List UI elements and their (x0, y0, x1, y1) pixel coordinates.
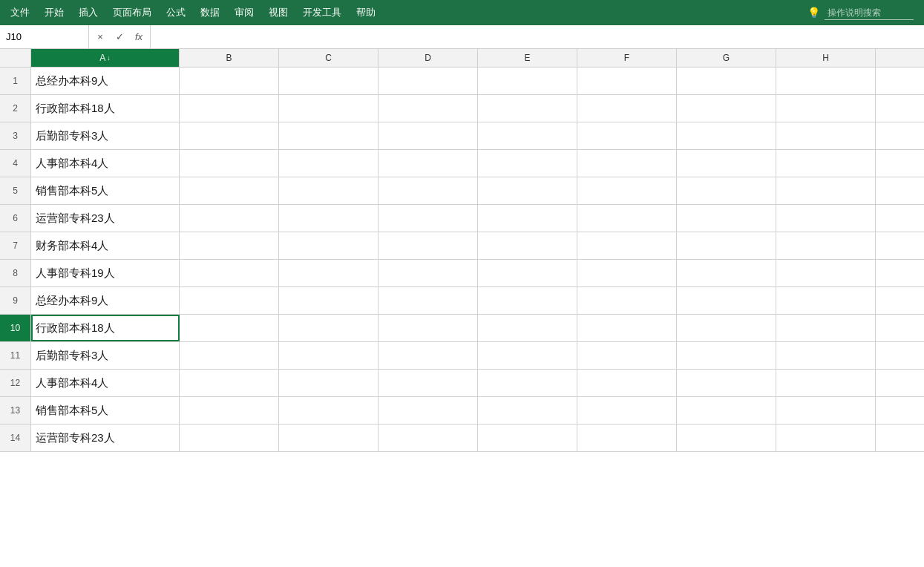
cell-H14[interactable] (776, 425, 876, 451)
cell-A9[interactable]: 总经办本科9人 (31, 287, 180, 314)
row-number-13[interactable]: 13 (0, 397, 31, 424)
cell-H2[interactable] (776, 95, 876, 122)
cell-C1[interactable] (279, 68, 379, 94)
cell-B8[interactable] (180, 260, 279, 286)
cell-I8[interactable] (876, 260, 924, 286)
cell-G10[interactable] (677, 315, 776, 341)
cell-B5[interactable] (180, 177, 279, 204)
cell-C7[interactable] (279, 232, 379, 259)
cell-A14[interactable]: 运营部专科23人 (31, 425, 180, 451)
cell-E14[interactable] (478, 425, 577, 451)
cell-F2[interactable] (577, 95, 677, 122)
cell-B12[interactable] (180, 370, 279, 396)
col-header-I[interactable]: I (876, 49, 924, 67)
cell-E12[interactable] (478, 370, 577, 396)
cell-A12[interactable]: 人事部本科4人 (31, 370, 180, 396)
cell-I4[interactable] (876, 150, 924, 177)
col-header-F[interactable]: F (577, 49, 677, 67)
cell-G2[interactable] (677, 95, 776, 122)
cell-F7[interactable] (577, 232, 677, 259)
cell-G6[interactable] (677, 205, 776, 232)
menu-item-文件[interactable]: 文件 (3, 0, 37, 25)
col-header-H[interactable]: H (776, 49, 876, 67)
cell-F12[interactable] (577, 370, 677, 396)
row-number-7[interactable]: 7 (0, 232, 31, 259)
cell-B1[interactable] (180, 68, 279, 94)
row-number-6[interactable]: 6 (0, 205, 31, 232)
cancel-formula-button[interactable]: × (92, 29, 108, 45)
cell-A1[interactable]: 总经办本科9人 (31, 68, 180, 94)
cell-E9[interactable] (478, 287, 577, 314)
col-header-A[interactable]: A↓ (31, 49, 180, 67)
cell-H9[interactable] (776, 287, 876, 314)
cell-I11[interactable] (876, 342, 924, 369)
cell-G13[interactable] (677, 397, 776, 424)
cell-F11[interactable] (577, 342, 677, 369)
row-number-14[interactable]: 14 (0, 425, 31, 451)
cell-G1[interactable] (677, 68, 776, 94)
cell-F4[interactable] (577, 150, 677, 177)
cell-H4[interactable] (776, 150, 876, 177)
cell-reference-box[interactable]: J10 (0, 25, 89, 48)
cell-H13[interactable] (776, 397, 876, 424)
cell-E6[interactable] (478, 205, 577, 232)
cell-E8[interactable] (478, 260, 577, 286)
menu-item-数据[interactable]: 数据 (193, 0, 227, 25)
cell-D7[interactable] (379, 232, 478, 259)
cell-C8[interactable] (279, 260, 379, 286)
cell-C12[interactable] (279, 370, 379, 396)
row-number-12[interactable]: 12 (0, 370, 31, 396)
cell-H7[interactable] (776, 232, 876, 259)
cell-I9[interactable] (876, 287, 924, 314)
cell-B10[interactable] (180, 315, 279, 341)
cell-C10[interactable] (279, 315, 379, 341)
cell-D1[interactable] (379, 68, 478, 94)
menu-item-审阅[interactable]: 审阅 (227, 0, 261, 25)
cell-G7[interactable] (677, 232, 776, 259)
menu-item-页面布局[interactable]: 页面布局 (105, 0, 159, 25)
cell-H1[interactable] (776, 68, 876, 94)
cell-B4[interactable] (180, 150, 279, 177)
cell-E11[interactable] (478, 342, 577, 369)
cell-B14[interactable] (180, 425, 279, 451)
row-number-11[interactable]: 11 (0, 342, 31, 369)
cell-A11[interactable]: 后勤部专科3人 (31, 342, 180, 369)
cell-B13[interactable] (180, 397, 279, 424)
cell-E4[interactable] (478, 150, 577, 177)
cell-E1[interactable] (478, 68, 577, 94)
cell-G14[interactable] (677, 425, 776, 451)
row-number-2[interactable]: 2 (0, 95, 31, 122)
cell-B6[interactable] (180, 205, 279, 232)
cell-A13[interactable]: 销售部本科5人 (31, 397, 180, 424)
cell-D9[interactable] (379, 287, 478, 314)
formula-input[interactable] (151, 25, 924, 48)
cell-A8[interactable]: 人事部专科19人 (31, 260, 180, 286)
cell-D10[interactable] (379, 315, 478, 341)
cell-F14[interactable] (577, 425, 677, 451)
cell-C4[interactable] (279, 150, 379, 177)
cell-B2[interactable] (180, 95, 279, 122)
cell-B11[interactable] (180, 342, 279, 369)
cell-I10[interactable] (876, 315, 924, 341)
menu-item-帮助[interactable]: 帮助 (349, 0, 383, 25)
cell-I7[interactable] (876, 232, 924, 259)
cell-F8[interactable] (577, 260, 677, 286)
cell-H11[interactable] (776, 342, 876, 369)
row-number-4[interactable]: 4 (0, 150, 31, 177)
cell-G12[interactable] (677, 370, 776, 396)
cell-H12[interactable] (776, 370, 876, 396)
menu-item-开始[interactable]: 开始 (37, 0, 71, 25)
cell-C6[interactable] (279, 205, 379, 232)
cell-I2[interactable] (876, 95, 924, 122)
menu-item-开发工具[interactable]: 开发工具 (295, 0, 349, 25)
menu-item-视图[interactable]: 视图 (261, 0, 295, 25)
cell-B7[interactable] (180, 232, 279, 259)
cell-D6[interactable] (379, 205, 478, 232)
cell-G3[interactable] (677, 122, 776, 149)
fx-button[interactable]: fx (131, 29, 147, 45)
col-header-B[interactable]: B (180, 49, 279, 67)
cell-D2[interactable] (379, 95, 478, 122)
row-number-5[interactable]: 5 (0, 177, 31, 204)
row-number-10[interactable]: 10 (0, 315, 31, 341)
cell-D13[interactable] (379, 397, 478, 424)
